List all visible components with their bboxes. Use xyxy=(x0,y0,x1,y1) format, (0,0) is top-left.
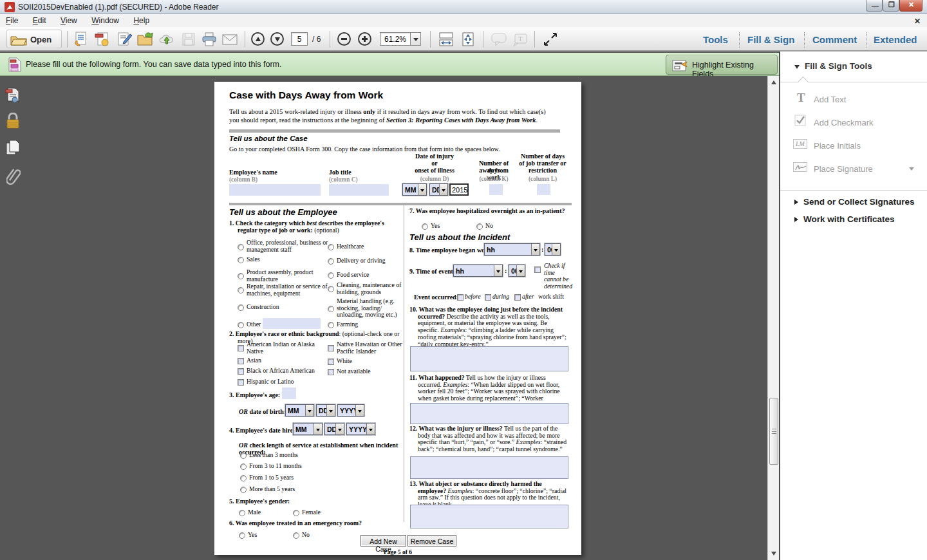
checkbox-white[interactable] xyxy=(328,359,334,365)
dob-month-select[interactable]: MM xyxy=(285,404,314,416)
checkbox-after-shift[interactable] xyxy=(514,294,521,301)
radio-hospitalized-no[interactable] xyxy=(476,223,483,230)
checkbox-american-indian[interactable] xyxy=(238,345,244,351)
save-icon[interactable] xyxy=(180,32,197,47)
job-title-field[interactable] xyxy=(329,184,389,196)
radio-office[interactable] xyxy=(238,244,244,250)
add-checkmark-tool[interactable]: Add Checkmark xyxy=(780,112,927,133)
open-button[interactable]: Open xyxy=(6,30,62,48)
zoom-in-button[interactable] xyxy=(358,32,371,46)
checkbox-black[interactable] xyxy=(238,368,244,375)
upload-cloud-icon[interactable] xyxy=(158,32,175,47)
extended-panel-link[interactable]: Extended xyxy=(874,34,917,45)
dob-day-select[interactable]: DD xyxy=(316,404,335,416)
radio-3-to-11-months[interactable] xyxy=(240,463,247,470)
security-lock-icon[interactable] xyxy=(6,113,20,130)
scroll-down-icon[interactable] xyxy=(771,552,776,555)
close-menubar-icon[interactable]: ✕ xyxy=(914,17,921,26)
scroll-up-icon[interactable] xyxy=(771,80,776,84)
began-work-minute-select[interactable]: 00 xyxy=(545,243,561,256)
radio-healthcare[interactable] xyxy=(328,244,334,250)
checkbox-not-available[interactable] xyxy=(328,369,334,375)
employee-name-field[interactable] xyxy=(229,184,321,196)
add-new-case-button[interactable]: Add New Case xyxy=(360,535,406,546)
place-initials-tool[interactable]: LM Place Initials xyxy=(780,135,927,156)
add-text-tool[interactable]: T Add Text xyxy=(780,89,927,109)
checkbox-asian[interactable] xyxy=(238,358,244,364)
menu-file[interactable]: File xyxy=(0,14,24,25)
radio-other[interactable] xyxy=(238,322,244,328)
send-file-icon[interactable] xyxy=(72,32,89,47)
fit-width-icon[interactable] xyxy=(438,32,454,47)
dob-year-select[interactable]: YYYY xyxy=(337,404,364,416)
fit-page-icon[interactable] xyxy=(460,32,476,47)
collapse-caret-icon[interactable] xyxy=(794,65,800,69)
attachments-paperclip-icon[interactable] xyxy=(6,165,21,185)
radio-product-assembly[interactable] xyxy=(238,273,244,279)
zoom-dropdown-button[interactable] xyxy=(410,32,421,46)
create-pdf-icon[interactable] xyxy=(94,32,111,47)
highlight-fields-button[interactable]: Highlight Existing Fields xyxy=(666,55,778,75)
radio-sales[interactable] xyxy=(238,257,244,263)
comment-panel-link[interactable]: Comment xyxy=(812,34,857,45)
open-shared-folder-icon[interactable] xyxy=(136,32,153,47)
radio-material-handling[interactable] xyxy=(328,306,334,312)
close-button[interactable]: ✕ xyxy=(899,0,922,12)
radio-cleaning[interactable] xyxy=(328,286,334,292)
checkbox-during-shift[interactable] xyxy=(485,294,491,301)
question-10-textarea[interactable] xyxy=(410,346,568,371)
radio-more-5-years[interactable] xyxy=(240,487,247,493)
page-thumbnails-icon[interactable] xyxy=(5,88,21,104)
checkbox-native-hawaiian[interactable] xyxy=(328,345,334,351)
other-occupation-field[interactable] xyxy=(263,318,321,329)
radio-hospitalized-yes[interactable] xyxy=(422,223,428,230)
radio-repair[interactable] xyxy=(238,287,244,294)
pages-panel-icon[interactable] xyxy=(6,140,20,156)
tools-panel-link[interactable]: Tools xyxy=(703,34,728,45)
question-11-textarea[interactable] xyxy=(410,403,568,424)
document-scrollbar[interactable] xyxy=(767,76,779,560)
hired-year-select[interactable]: YYYY xyxy=(346,423,375,435)
radio-er-no[interactable] xyxy=(293,532,299,539)
zoom-out-button[interactable] xyxy=(337,32,351,46)
injury-month-select[interactable]: MM xyxy=(402,183,427,196)
radio-construction[interactable] xyxy=(238,304,244,311)
page-number-input[interactable]: 5 xyxy=(291,32,308,46)
read-mode-icon[interactable] xyxy=(542,32,559,47)
minimize-button[interactable]: — xyxy=(866,0,883,12)
menu-view[interactable]: View xyxy=(55,14,83,25)
signature-dropdown-icon[interactable] xyxy=(909,167,914,171)
radio-er-yes[interactable] xyxy=(239,532,245,539)
radio-1-to-5-years[interactable] xyxy=(240,475,247,481)
checkbox-hispanic[interactable] xyxy=(238,379,244,386)
place-signature-tool[interactable]: Place Signature xyxy=(780,158,927,179)
work-with-certificates-section[interactable]: Work with Certificates xyxy=(780,213,927,229)
days-away-field[interactable] xyxy=(489,184,503,195)
previous-page-button[interactable] xyxy=(251,32,265,46)
menu-help[interactable]: Help xyxy=(127,14,155,25)
question-13-textarea[interactable] xyxy=(410,505,568,528)
next-page-button[interactable] xyxy=(270,32,284,46)
email-icon[interactable] xyxy=(221,32,238,47)
fill-sign-panel-link[interactable]: Fill & Sign xyxy=(747,34,794,45)
checkbox-before-shift[interactable] xyxy=(457,294,464,301)
sign-document-icon[interactable] xyxy=(116,32,133,47)
hired-day-select[interactable]: DD xyxy=(324,423,344,435)
print-icon[interactable] xyxy=(201,32,218,47)
text-callout-icon[interactable]: T xyxy=(512,32,529,47)
scrollbar-thumb[interactable] xyxy=(769,398,778,465)
send-collect-signatures-section[interactable]: Send or Collect Signatures xyxy=(780,196,927,211)
radio-farming[interactable] xyxy=(328,322,334,328)
radio-delivery[interactable] xyxy=(328,258,334,265)
question-12-textarea[interactable] xyxy=(410,456,568,479)
comment-bubble-icon[interactable] xyxy=(491,32,507,47)
radio-food-service[interactable] xyxy=(328,272,334,279)
employee-age-field[interactable] xyxy=(282,387,296,399)
transfer-days-field[interactable] xyxy=(537,184,550,195)
injury-day-select[interactable]: DD xyxy=(429,183,448,196)
zoom-level-input[interactable]: 61.2% xyxy=(380,32,411,46)
fill-sign-tools-header[interactable]: Fill & Sign Tools xyxy=(805,61,872,71)
event-hour-select[interactable]: hh xyxy=(453,265,503,277)
hired-month-select[interactable]: MM xyxy=(293,423,323,435)
radio-female[interactable] xyxy=(293,510,299,516)
